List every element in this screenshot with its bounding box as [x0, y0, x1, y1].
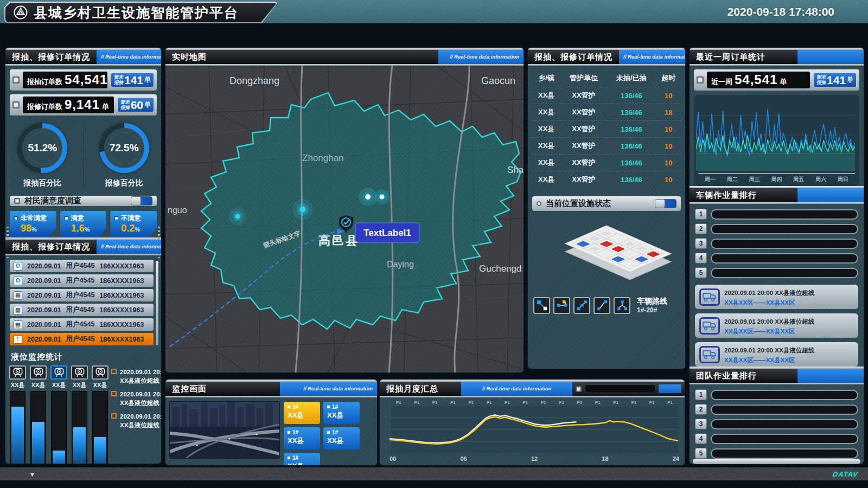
level-alert[interactable]: 2020.09.01 20:00 XX县液位超线: [111, 390, 161, 407]
camera-button[interactable]: 1# XX县: [323, 427, 360, 450]
list-scrollbar[interactable]: [156, 261, 158, 345]
notification-card[interactable]: 2020.09.01 20:00 XX县液位超线XX县XX区——XX县XX区: [695, 285, 858, 309]
order-icon: O: [14, 277, 22, 285]
stat-unit: 单: [102, 102, 109, 112]
satisfaction-card-very[interactable]: 非常满意 98%: [10, 211, 56, 237]
table-row[interactable]: XX县XX管护136/4610: [532, 155, 681, 171]
camera-button[interactable]: 1# XX县: [284, 453, 320, 465]
rank-row[interactable]: 4: [695, 433, 858, 444]
truck-icon: [699, 288, 720, 306]
stat-label: 报修订单数: [27, 102, 62, 112]
stat-label: 报抽订单数: [27, 77, 62, 87]
cctv-snapshot[interactable]: [170, 402, 279, 458]
webcam-icon[interactable]: [9, 365, 26, 380]
satisfaction-card-ok[interactable]: 满意 1.6%: [60, 211, 107, 237]
map-canvas: 箭头标绘文字 TextLabel1 Dongzhan: [165, 66, 524, 373]
rank-row[interactable]: 2: [695, 404, 858, 415]
panel-scrollbar[interactable]: [693, 459, 860, 464]
level-bar: [51, 391, 67, 464]
order-list: O 2020.09.01用户4545186XXXX1963 O 2020.09.…: [10, 260, 154, 345]
route-tool-icon-1[interactable]: [533, 297, 550, 314]
route-tool-icon-4[interactable]: [593, 297, 610, 314]
order-list-panel-header: 报抽、报修订单情况 // Real-time data information: [5, 240, 161, 254]
notification-card[interactable]: 2020.09.01 20:00 XX县液位超线XX县XX区——XX县XX区: [695, 342, 858, 367]
map-text-label[interactable]: TextLabel1: [355, 223, 419, 242]
satisfaction-survey-bar: 村民满意度调查: [10, 196, 157, 206]
calendar-icon: ▦: [14, 320, 22, 329]
panel-title: 最近一周订单统计: [690, 50, 797, 64]
page-title: 县城乡村卫生设施智能管护平台: [34, 4, 239, 22]
table-row[interactable]: XX县XX管护136/4610: [532, 87, 681, 104]
repair-percentage-gauge: 72.5% 报修百分比: [99, 123, 149, 188]
order-list-item[interactable]: O 2020.09.01用户4545186XXXX1963: [10, 260, 154, 272]
panel-subtitle: // Real-time data information: [619, 50, 685, 64]
camera-button-active[interactable]: 1# XX县: [284, 402, 320, 424]
gauge-value: 51.2%: [17, 123, 67, 173]
satisfaction-card-bad[interactable]: 不满意 0.2%: [110, 211, 157, 237]
calendar-icon: ▦: [14, 306, 22, 314]
level-station: XX县: [29, 365, 47, 464]
webcam-icon[interactable]: [71, 365, 88, 380]
facility-3d-model[interactable]: [532, 213, 681, 296]
panel-title: 团队作业量排行: [690, 369, 797, 383]
week-panel-header: 最近一周订单统计: [690, 50, 864, 64]
level-bar: [72, 391, 87, 464]
place-label: Gaocun: [481, 75, 515, 86]
level-bar: [10, 391, 25, 464]
table-row[interactable]: XX县XX管护136/4610: [532, 138, 681, 155]
facility-toggle[interactable]: [655, 199, 676, 208]
order-list-item[interactable]: ▦ 2020.09.01用户4545186XXXX1963: [10, 289, 154, 301]
level-alert[interactable]: 2020.09.01 20:00 XX县液位超线: [111, 368, 161, 385]
route-tool-icon-2[interactable]: [553, 297, 570, 314]
route-tool-icon-3[interactable]: [573, 297, 590, 314]
table-row[interactable]: XX县XX管护136/4610: [532, 121, 681, 138]
rank-row[interactable]: 3: [695, 238, 858, 249]
order-list-item[interactable]: ▦ 2020.09.01用户4545186XXXX1963: [10, 318, 154, 331]
webcam-icon[interactable]: [50, 365, 67, 380]
truck-icon: [699, 346, 720, 363]
pending-badge: 暂未报抽 60 单: [117, 98, 154, 112]
webcam-icon[interactable]: [92, 365, 108, 380]
footer-arrow-icon[interactable]: [29, 471, 34, 477]
gauges-row: ▶ 51.2% 报抽百分比 72.5% 报修百分比 ◀: [5, 115, 161, 190]
stat-value: 9,141: [65, 98, 100, 111]
notification-card[interactable]: 2020.09.01 20:00 XX县液位超线XX县XX区——XX县XX区: [695, 313, 858, 338]
checkbox-icon[interactable]: [14, 198, 20, 204]
route-tool-icon-5[interactable]: [614, 297, 630, 314]
camera-button[interactable]: 1# XX县: [323, 402, 360, 424]
rank-row[interactable]: 1: [695, 209, 858, 220]
checkbox-icon[interactable]: [12, 76, 20, 84]
rank-row[interactable]: 3: [695, 419, 858, 429]
week-stat: 近一周 54,541 单 暂未报抽 141 单: [694, 69, 859, 91]
panel-subtitle: // Real-time data information: [461, 382, 572, 396]
team-rank-bars: 1 2 3 4 5: [695, 389, 858, 459]
facility-status-bar: 当前位置设施状态: [532, 196, 681, 211]
orders-table-header: 报抽、报修订单情况 // Real-time data information: [528, 50, 685, 64]
checkbox-icon[interactable]: [697, 76, 704, 84]
rank-row[interactable]: 5: [695, 267, 858, 278]
monitor-panel: 监控画面 // Real-time data information: [165, 380, 377, 465]
order-list-item[interactable]: ▦ 2020.09.01用户4545186XXXX1963: [10, 304, 154, 316]
table-row[interactable]: XX县XX管护136/4618: [532, 104, 681, 121]
order-list-item-alert[interactable]: ! 2020.09.01用户4545186XXXX1963: [10, 333, 154, 345]
level-alert[interactable]: 2020.09.01 20:00 XX县液位超线: [111, 412, 161, 429]
rank-row[interactable]: 1: [695, 389, 858, 400]
rank-row[interactable]: 4: [695, 253, 858, 264]
checkbox-icon[interactable]: [576, 386, 582, 392]
orders-table: 乡/镇 管护单位 未抽/已抽 超时 XX县XX管护136/4610 XX县XX管…: [532, 71, 681, 188]
checkbox-icon[interactable]: [12, 101, 20, 108]
monthly-line-chart: [390, 406, 678, 453]
realtime-map[interactable]: 箭头标绘文字 TextLabel1 Dongzhan: [165, 66, 524, 373]
donut-chart: 51.2%: [17, 123, 67, 173]
camera-button[interactable]: 1# XX县: [284, 427, 320, 450]
legend-box[interactable]: [585, 384, 655, 393]
webcam-icon[interactable]: [30, 365, 47, 380]
satisfaction-toggle[interactable]: [131, 196, 152, 206]
place-label: Zhonghan: [302, 153, 344, 163]
order-list-item[interactable]: O 2020.09.01用户4545186XXXX1963: [10, 274, 154, 287]
table-row[interactable]: XX县XX管护136/4610: [532, 171, 681, 188]
rank-row[interactable]: 5: [695, 448, 858, 459]
panel-title: 监控画面: [165, 382, 280, 396]
rank-row[interactable]: 2: [695, 223, 858, 234]
team-rank-header: 团队作业量排行: [690, 369, 864, 383]
